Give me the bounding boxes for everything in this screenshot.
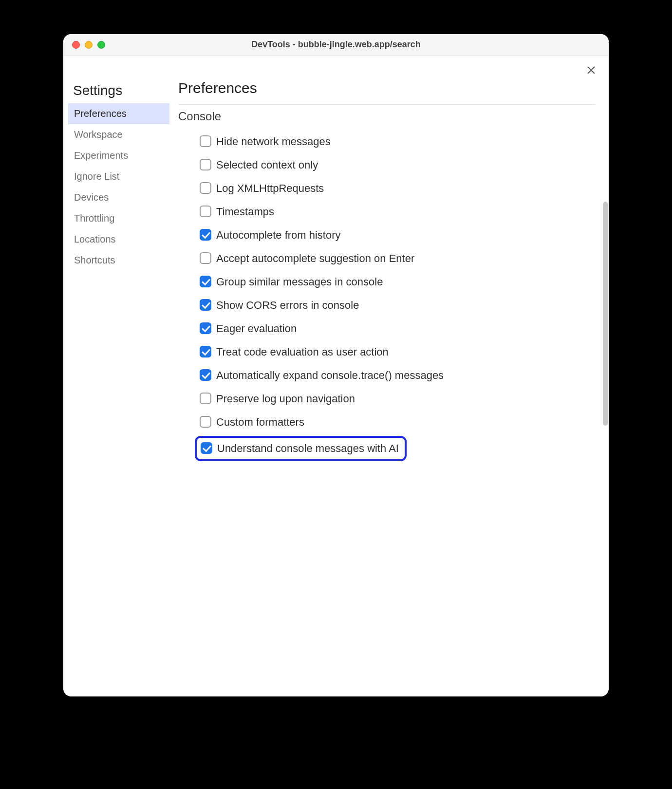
option-label: Timestamps [216, 205, 274, 219]
sidebar-item-experiments[interactable]: Experiments [68, 145, 169, 166]
page-title: Preferences [178, 80, 595, 101]
window-body: Settings Preferences Workspace Experimen… [63, 56, 609, 696]
sidebar-item-locations[interactable]: Locations [68, 229, 169, 250]
option-treat-code-eval-as-user-action[interactable]: Treat code evaluation as user action [200, 340, 595, 364]
checkbox[interactable] [200, 322, 211, 334]
settings-sidebar: Settings Preferences Workspace Experimen… [63, 56, 169, 696]
option-eager-evaluation[interactable]: Eager evaluation [200, 317, 595, 340]
option-label: Eager evaluation [216, 322, 297, 336]
scrollbar-thumb[interactable] [603, 202, 608, 426]
checkbox[interactable] [200, 369, 211, 381]
option-label: Custom formatters [216, 415, 304, 429]
checkbox[interactable] [200, 416, 211, 428]
sidebar-list: Preferences Workspace Experiments Ignore… [68, 103, 169, 271]
option-preserve-log-upon-navigation[interactable]: Preserve log upon navigation [200, 387, 595, 411]
option-auto-expand-console-trace[interactable]: Automatically expand console.trace() mes… [200, 364, 595, 387]
checkbox[interactable] [200, 276, 211, 287]
option-label: Autocomplete from history [216, 228, 341, 242]
sidebar-item-label: Preferences [74, 108, 127, 119]
sidebar-item-label: Locations [74, 234, 116, 244]
option-label: Treat code evaluation as user action [216, 345, 389, 359]
option-label: Log XMLHttpRequests [216, 182, 324, 195]
sidebar-item-label: Shortcuts [74, 255, 115, 265]
window-maximize-button[interactable] [97, 41, 105, 49]
checkbox[interactable] [200, 346, 211, 357]
option-show-cors-errors[interactable]: Show CORS errors in console [200, 294, 595, 317]
option-custom-formatters[interactable]: Custom formatters [200, 411, 595, 434]
option-autocomplete-from-history[interactable]: Autocomplete from history [200, 224, 595, 247]
option-understand-console-messages-with-ai[interactable]: Understand console messages with AI [195, 436, 407, 461]
sidebar-item-devices[interactable]: Devices [68, 187, 169, 208]
option-accept-autocomplete-on-enter[interactable]: Accept autocomplete suggestion on Enter [200, 247, 595, 270]
sidebar-item-ignore-list[interactable]: Ignore List [68, 166, 169, 187]
option-label: Understand console messages with AI [217, 442, 399, 455]
sidebar-title: Settings [68, 80, 169, 103]
checkbox[interactable] [200, 229, 211, 241]
sidebar-item-label: Experiments [74, 150, 128, 161]
section-title-console: Console [178, 110, 595, 123]
sidebar-item-label: Workspace [74, 129, 123, 140]
close-settings-button[interactable] [584, 64, 598, 78]
window-close-button[interactable] [72, 41, 80, 49]
checkbox[interactable] [200, 393, 211, 404]
sidebar-item-shortcuts[interactable]: Shortcuts [68, 250, 169, 271]
titlebar: DevTools - bubble-jingle.web.app/search [63, 34, 609, 56]
option-group-similar-messages[interactable]: Group similar messages in console [200, 270, 595, 294]
sidebar-item-label: Devices [74, 192, 109, 203]
option-label: Group similar messages in console [216, 275, 383, 289]
console-options: Hide network messages Selected context o… [178, 130, 595, 461]
sidebar-item-label: Ignore List [74, 171, 119, 182]
window-title: DevTools - bubble-jingle.web.app/search [63, 39, 609, 50]
checkbox[interactable] [200, 252, 211, 264]
divider [178, 104, 595, 105]
option-timestamps[interactable]: Timestamps [200, 200, 595, 224]
devtools-window: DevTools - bubble-jingle.web.app/search … [63, 34, 609, 696]
option-hide-network-messages[interactable]: Hide network messages [200, 130, 595, 153]
main-pane: Preferences Console Hide network message… [169, 56, 609, 696]
checkbox[interactable] [200, 182, 211, 194]
option-label: Selected context only [216, 158, 318, 172]
option-label: Hide network messages [216, 135, 331, 149]
option-label: Automatically expand console.trace() mes… [216, 369, 444, 382]
option-selected-context-only[interactable]: Selected context only [200, 153, 595, 177]
close-icon [586, 65, 597, 77]
sidebar-item-throttling[interactable]: Throttling [68, 208, 169, 229]
option-log-xmlhttprequests[interactable]: Log XMLHttpRequests [200, 177, 595, 200]
window-minimize-button[interactable] [85, 41, 93, 49]
traffic-lights [63, 41, 105, 49]
checkbox[interactable] [200, 206, 211, 217]
checkbox[interactable] [200, 159, 211, 170]
checkbox[interactable] [200, 299, 211, 311]
option-label: Accept autocomplete suggestion on Enter [216, 252, 414, 265]
sidebar-item-workspace[interactable]: Workspace [68, 124, 169, 145]
sidebar-item-preferences[interactable]: Preferences [68, 103, 169, 124]
option-label: Preserve log upon navigation [216, 392, 355, 406]
checkbox[interactable] [201, 442, 212, 454]
checkbox[interactable] [200, 135, 211, 147]
sidebar-item-label: Throttling [74, 213, 114, 224]
option-label: Show CORS errors in console [216, 299, 359, 312]
